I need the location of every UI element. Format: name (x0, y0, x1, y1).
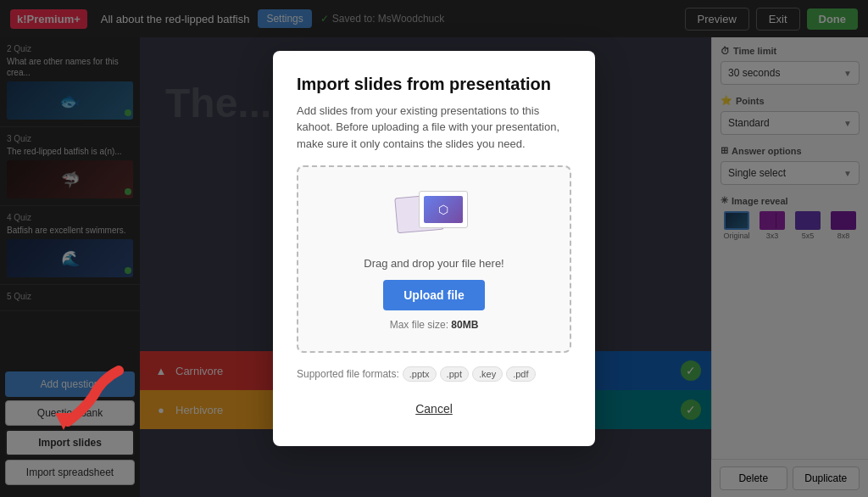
file-formats: Supported file formats: .pptx .ppt .key … (297, 366, 571, 382)
format-pdf: .pdf (506, 366, 535, 382)
max-size-text: Max file size: 80MB (319, 319, 549, 331)
drop-illustration (392, 187, 476, 247)
import-slides-modal: Import slides from presentation Add slid… (273, 51, 595, 447)
format-ppt: .ppt (440, 366, 469, 382)
drop-text: Drag and drop your file here! (319, 257, 549, 270)
format-pptx: .pptx (403, 366, 437, 382)
slide-front (419, 191, 468, 228)
formats-label: Supported file formats: (297, 368, 399, 380)
slide-front-inner (424, 196, 463, 223)
modal-description: Add slides from your existing presentati… (297, 103, 571, 153)
cancel-button[interactable]: Cancel (395, 395, 473, 422)
red-arrow-indicator (51, 362, 136, 442)
modal-title: Import slides from presentation (297, 75, 571, 94)
upload-file-button[interactable]: Upload file (383, 280, 485, 310)
max-size-value: 80MB (451, 319, 478, 331)
max-size-label: Max file size: (390, 319, 452, 331)
format-key: .key (472, 366, 503, 382)
drop-zone[interactable]: Drag and drop your file here! Upload fil… (297, 165, 571, 353)
